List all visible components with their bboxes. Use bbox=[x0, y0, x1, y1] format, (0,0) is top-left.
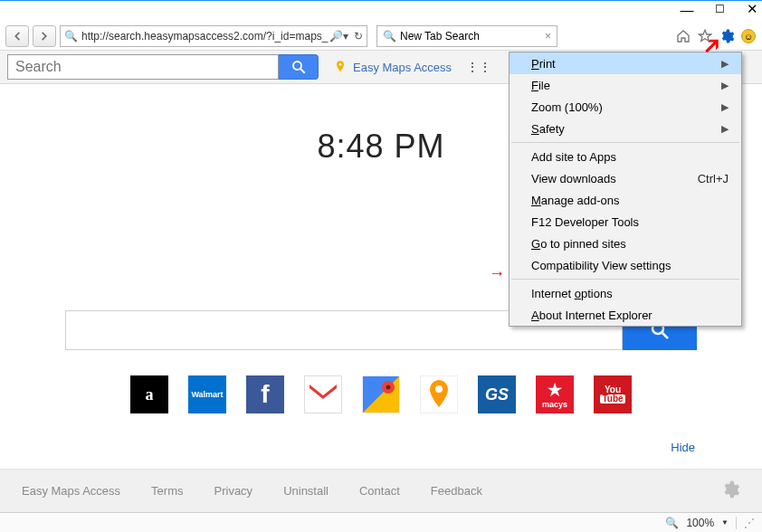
shortcut-directions[interactable] bbox=[420, 375, 458, 413]
home-icon bbox=[676, 29, 691, 43]
menu-manage-addons[interactable]: Manage add-ons bbox=[510, 189, 741, 211]
footer-uninstall[interactable]: Uninstall bbox=[283, 484, 329, 498]
zoom-dropdown[interactable]: ▼ bbox=[721, 518, 729, 527]
footer-terms[interactable]: Terms bbox=[151, 484, 183, 498]
footer-settings-button[interactable] bbox=[720, 480, 740, 503]
svg-point-10 bbox=[386, 385, 391, 390]
shortcut-google-maps[interactable] bbox=[362, 375, 400, 413]
chevron-right-icon: ▶ bbox=[721, 58, 729, 70]
menu-view-downloads[interactable]: View downloadsCtrl+J bbox=[510, 167, 741, 189]
arrow-left-icon bbox=[11, 30, 24, 43]
menu-compat-view[interactable]: Compatibility View settings bbox=[510, 254, 741, 276]
shortcut-gmail[interactable] bbox=[304, 375, 342, 413]
tab-close-button[interactable]: × bbox=[545, 30, 551, 43]
search-dropdown-icon[interactable]: 🔎▾ bbox=[329, 30, 348, 43]
svg-line-4 bbox=[662, 333, 668, 338]
back-button[interactable] bbox=[5, 25, 29, 47]
annotation-arrow-options: → bbox=[489, 264, 505, 283]
chevron-right-icon: ▶ bbox=[721, 101, 729, 113]
footer-feedback[interactable]: Feedback bbox=[431, 484, 482, 498]
search-icon: 🔍 bbox=[64, 30, 78, 43]
shortcut-facebook[interactable]: f bbox=[246, 375, 284, 413]
status-bar: 🔍 100% ▼ ⋰ bbox=[0, 512, 762, 532]
tools-menu: Print▶ File▶ Zoom (100%)▶ Safety▶ Add si… bbox=[509, 52, 742, 327]
menu-about-ie[interactable]: About Internet Explorer bbox=[510, 304, 741, 326]
svg-point-0 bbox=[293, 62, 301, 70]
page-footer: Easy Maps Access Terms Privacy Uninstall… bbox=[0, 469, 762, 512]
refresh-button[interactable]: ↻ bbox=[354, 30, 363, 43]
toolbar-search-button[interactable] bbox=[279, 54, 319, 80]
toolbar-extra-icon[interactable]: ⋮⋮ bbox=[466, 60, 491, 74]
svg-point-12 bbox=[435, 385, 443, 393]
shortcut-youtube[interactable]: YouTube bbox=[594, 375, 632, 413]
smiley-icon: ☺ bbox=[741, 29, 756, 43]
browser-navbar: 🔍 http://search.heasymapsaccess2.com/?i_… bbox=[0, 23, 762, 50]
menu-f12[interactable]: F12 Developer Tools bbox=[510, 211, 741, 233]
tab-title: New Tab Search bbox=[400, 30, 480, 43]
browser-tab[interactable]: 🔍 New Tab Search × bbox=[376, 25, 557, 47]
shortcut-amazon[interactable]: a bbox=[130, 375, 168, 413]
smiley-button[interactable]: ☺ bbox=[740, 28, 757, 44]
easy-maps-link[interactable]: Easy Maps Access bbox=[333, 60, 452, 74]
menu-file[interactable]: File▶ bbox=[510, 74, 741, 96]
minimize-button[interactable]: — bbox=[681, 3, 693, 15]
url-text: http://search.heasymapsaccess2.com/?i_id… bbox=[81, 30, 328, 43]
shortcut-macys[interactable]: ★macys bbox=[536, 375, 574, 413]
shortcut-walmart[interactable]: Walmart bbox=[188, 375, 226, 413]
chevron-right-icon: ▶ bbox=[721, 123, 729, 135]
zoom-icon[interactable]: 🔍 bbox=[665, 517, 679, 529]
menu-zoom[interactable]: Zoom (100%)▶ bbox=[510, 96, 741, 118]
chevron-right-icon: ▶ bbox=[721, 80, 729, 91]
toolbar-search-input[interactable] bbox=[7, 54, 279, 80]
zoom-level: 100% bbox=[686, 517, 714, 529]
menu-add-site[interactable]: Add site to Apps bbox=[510, 146, 741, 167]
menu-internet-options[interactable]: Internet options bbox=[510, 282, 741, 304]
arrow-right-icon bbox=[38, 30, 51, 43]
shortcut-gasbuddy[interactable]: GS bbox=[478, 375, 516, 413]
forward-button[interactable] bbox=[33, 25, 56, 47]
svg-line-1 bbox=[300, 69, 305, 73]
gmaps-icon bbox=[363, 376, 399, 413]
maximize-button[interactable]: ☐ bbox=[713, 3, 726, 15]
gear-icon bbox=[720, 480, 740, 499]
footer-brand[interactable]: Easy Maps Access bbox=[22, 484, 120, 498]
svg-rect-5 bbox=[310, 385, 337, 404]
search-icon bbox=[291, 59, 307, 75]
toolbar-link-label: Easy Maps Access bbox=[353, 61, 452, 74]
tab-favicon-icon: 🔍 bbox=[383, 30, 396, 43]
address-bar[interactable]: 🔍 http://search.heasymapsaccess2.com/?i_… bbox=[60, 25, 367, 47]
map-pin-icon bbox=[333, 60, 348, 74]
gmail-icon bbox=[310, 385, 337, 404]
resize-grip-icon[interactable]: ⋰ bbox=[744, 517, 755, 529]
footer-contact[interactable]: Contact bbox=[359, 484, 400, 498]
footer-privacy[interactable]: Privacy bbox=[214, 484, 253, 498]
directions-icon bbox=[421, 376, 457, 413]
home-button[interactable] bbox=[675, 28, 691, 44]
hide-link[interactable]: Hide bbox=[671, 441, 695, 454]
menu-safety[interactable]: Safety▶ bbox=[510, 118, 741, 139]
menu-pinned-sites[interactable]: Go to pinned sites bbox=[510, 233, 741, 254]
close-window-button[interactable]: ✕ bbox=[746, 3, 758, 15]
shortcut-row: a Walmart f GS ★macys YouTube bbox=[0, 375, 762, 413]
svg-point-2 bbox=[339, 63, 342, 66]
menu-print[interactable]: Print▶ bbox=[510, 52, 741, 74]
